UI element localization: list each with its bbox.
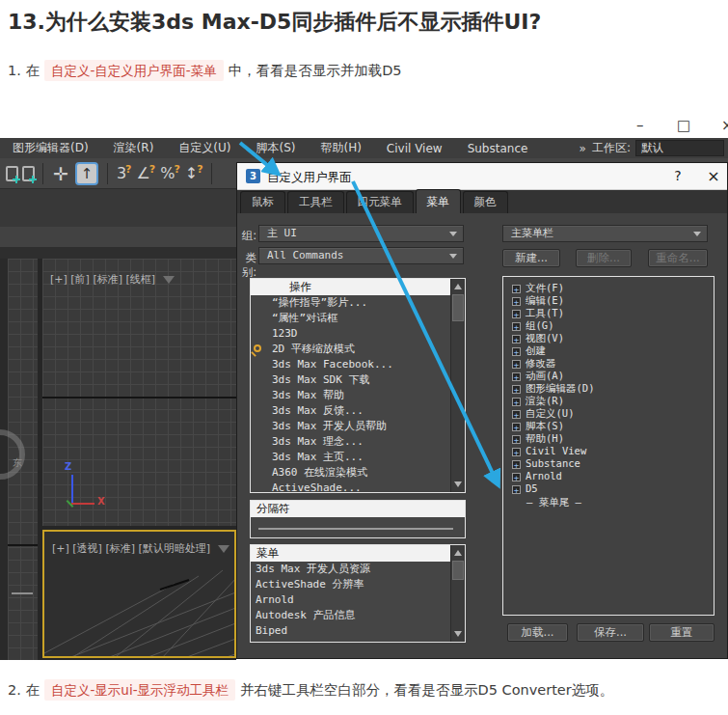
scroll-down-icon[interactable]	[454, 631, 462, 637]
expand-icon[interactable]: +	[512, 347, 521, 356]
expand-icon[interactable]: +	[512, 435, 521, 444]
tree-item[interactable]: +创建	[503, 344, 714, 357]
menus-list-scrollbar[interactable]	[450, 545, 465, 642]
menu-graph-editors[interactable]: 图形编辑器(D)	[0, 140, 101, 156]
list-item[interactable]: Arnold	[251, 592, 465, 608]
list-item[interactable]: “属性”对话框	[251, 311, 465, 326]
list-item[interactable]: ActiveShade...	[251, 481, 465, 493]
expand-icon[interactable]: +	[512, 360, 521, 369]
menubar-overflow-icon[interactable]: »	[574, 142, 592, 155]
tree-item[interactable]: +动画(A)	[503, 370, 714, 382]
expand-icon[interactable]: +	[512, 410, 521, 419]
move-tool-icon[interactable]: ✛	[49, 163, 72, 184]
menu-substance[interactable]: Substance	[455, 142, 541, 155]
list-item[interactable]: 123D	[251, 326, 465, 342]
expand-icon[interactable]: +	[512, 448, 521, 456]
expand-icon[interactable]: +	[512, 423, 521, 431]
dialog-close-icon[interactable]: ×	[704, 167, 723, 185]
list-item[interactable]: ActiveShade 分辨率	[251, 577, 465, 592]
select-region-alt-icon[interactable]	[22, 166, 35, 181]
tab-toolbars[interactable]: 工具栏	[287, 191, 344, 213]
percent-snap-icon[interactable]: %?	[157, 163, 182, 182]
scroll-up-icon[interactable]	[454, 284, 462, 289]
scroll-up-icon[interactable]	[454, 550, 462, 556]
list-item[interactable]: “操作指导”影片...	[251, 295, 465, 311]
load-button[interactable]: 加载...	[507, 623, 568, 642]
tab-colors[interactable]: 颜色	[463, 191, 508, 213]
menu-help[interactable]: 帮助(H)	[308, 140, 373, 156]
expand-icon[interactable]: +	[512, 485, 521, 494]
menu-bar-select[interactable]: 主菜单栏	[502, 225, 708, 242]
rename-button[interactable]: 重命名...	[648, 249, 708, 267]
delete-button[interactable]: 删除...	[576, 249, 632, 267]
group-select[interactable]: 主 UI	[258, 225, 464, 242]
tree-item[interactable]: +Civil View	[503, 445, 714, 457]
filter-icon[interactable]	[163, 276, 175, 284]
expand-icon[interactable]: +	[512, 372, 521, 381]
list-item[interactable]: 3ds Max 开发人员帮助	[251, 419, 465, 434]
front-viewport[interactable]: [+] [前] [标准] [线框] Z X	[42, 259, 236, 526]
help-icon[interactable]: ?	[669, 168, 687, 183]
list-item[interactable]: 3ds Max 理念...	[251, 434, 465, 450]
tree-item[interactable]: +编辑(E)	[503, 294, 714, 307]
select-region-icon[interactable]	[6, 166, 18, 181]
list-item[interactable]: 3ds Max Facebook...	[251, 357, 465, 372]
tree-item[interactable]: +工具(T)	[503, 307, 714, 319]
menu-scripting[interactable]: 脚本(S)	[243, 140, 308, 156]
tree-item[interactable]: +脚本(S)	[503, 420, 714, 432]
list-item[interactable]: 3ds Max 帮助	[251, 388, 465, 403]
tree-item[interactable]: +文件(F)	[503, 282, 714, 294]
expand-icon[interactable]: +	[512, 310, 521, 318]
tree-item[interactable]: +视图(V)	[503, 332, 714, 344]
scroll-thumb[interactable]	[452, 561, 464, 580]
list-item[interactable]: 3ds Max 主页...	[251, 450, 465, 465]
front-viewport-label[interactable]: [+] [前] [标准] [线框]	[50, 272, 175, 287]
dialog-titlebar[interactable]: 3 自定义用户界面 ? ×	[237, 163, 727, 190]
minimize-icon[interactable]: –	[636, 117, 644, 134]
new-button[interactable]: 新建...	[502, 249, 560, 267]
spinner-snap-icon[interactable]: ↕?	[182, 163, 205, 182]
menu-rendering[interactable]: 渲染(R)	[101, 140, 167, 156]
list-item[interactable]: 2D 平移缩放模式	[251, 342, 465, 357]
expand-icon[interactable]: +	[512, 473, 521, 481]
expand-icon[interactable]: +	[512, 335, 521, 344]
menu-civil-view[interactable]: Civil View	[374, 142, 455, 155]
category-select[interactable]: All Commands	[258, 247, 464, 264]
close-icon[interactable]: ×	[721, 117, 728, 134]
list-item[interactable]: 3ds Max 开发人员资源	[251, 562, 465, 577]
tab-mouse[interactable]: 鼠标	[240, 191, 285, 213]
tree-item[interactable]: +Arnold	[503, 470, 714, 482]
expand-icon[interactable]: +	[512, 398, 521, 406]
list-item[interactable]: 3ds Max SDK 下载	[251, 372, 465, 388]
list-item[interactable]: Biped	[251, 623, 465, 639]
expand-icon[interactable]: +	[512, 297, 521, 306]
tree-item[interactable]: +渲染(R)	[503, 395, 714, 407]
angle-snap-icon[interactable]: ∠?	[134, 163, 158, 182]
expand-icon[interactable]: +	[512, 285, 521, 293]
filter-icon[interactable]	[218, 545, 229, 553]
list-item[interactable]: 3ds Max 反馈...	[251, 403, 465, 419]
tree-item-d5[interactable]: +D5	[503, 482, 714, 495]
expand-icon[interactable]: +	[512, 385, 521, 394]
save-button[interactable]: 保存...	[577, 623, 644, 642]
tree-item[interactable]: +帮助(H)	[503, 432, 714, 445]
list-item[interactable]: Autodesk 产品信息	[251, 608, 465, 623]
scroll-down-icon[interactable]	[454, 481, 462, 487]
tree-item[interactable]: +图形编辑器(D)	[503, 382, 714, 395]
snap-toggle-icon[interactable]: 3?	[114, 163, 134, 182]
perspective-viewport-label[interactable]: [+] [透视] [标准] [默认明暗处理]	[52, 541, 229, 556]
scroll-thumb[interactable]	[452, 294, 464, 321]
expand-icon[interactable]: +	[512, 460, 521, 469]
tree-item[interactable]: +组(G)	[503, 319, 714, 332]
separator-line[interactable]	[258, 528, 453, 530]
tab-menus[interactable]: 菜单	[416, 189, 461, 213]
maximize-icon[interactable]: □	[677, 117, 690, 134]
expand-icon[interactable]: +	[512, 322, 521, 331]
tab-quads[interactable]: 四元菜单	[346, 191, 414, 213]
reset-button[interactable]: 重置	[649, 623, 715, 642]
action-list-scrollbar[interactable]	[450, 279, 465, 492]
menu-customize[interactable]: 自定义(U)	[166, 140, 243, 156]
list-item[interactable]: A360 在线渲染模式	[251, 465, 465, 481]
tree-item[interactable]: +修改器	[503, 357, 714, 370]
tree-item[interactable]: +Substance	[503, 457, 714, 470]
